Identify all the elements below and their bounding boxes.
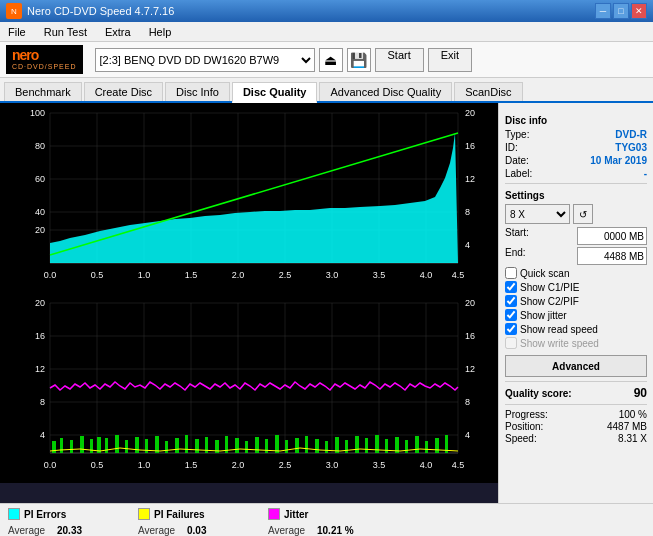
svg-rect-86 xyxy=(345,440,348,453)
quick-scan-checkbox[interactable] xyxy=(505,267,517,279)
svg-rect-59 xyxy=(80,436,84,453)
tab-disc-quality[interactable]: Disc Quality xyxy=(232,82,318,103)
end-input[interactable] xyxy=(577,247,647,265)
pi-failures-avg-label: Average xyxy=(138,523,183,536)
divider-1 xyxy=(505,183,647,184)
title-bar-text: Nero CD-DVD Speed 4.7.7.16 xyxy=(27,5,174,17)
type-label: Type: xyxy=(505,129,529,140)
advanced-button[interactable]: Advanced xyxy=(505,355,647,377)
tab-benchmark[interactable]: Benchmark xyxy=(4,82,82,101)
speed-display-label: Speed: xyxy=(505,433,537,444)
svg-text:8: 8 xyxy=(465,207,470,217)
refresh-button[interactable]: ↺ xyxy=(573,204,593,224)
jitter-group: Jitter Average 10.21 % Maximum 12.5 % PO… xyxy=(268,508,378,536)
start-button[interactable]: Start xyxy=(375,48,424,72)
start-input[interactable] xyxy=(577,227,647,245)
svg-text:0.5: 0.5 xyxy=(91,270,104,280)
disc-info-title: Disc info xyxy=(505,115,647,126)
svg-rect-87 xyxy=(355,436,359,453)
drive-selector[interactable]: [2:3] BENQ DVD DD DW1620 B7W9 xyxy=(95,48,315,72)
menu-extra[interactable]: Extra xyxy=(101,24,135,40)
show-c1-pie-label: Show C1/PIE xyxy=(520,282,579,293)
svg-rect-75 xyxy=(235,438,239,453)
svg-text:12: 12 xyxy=(35,364,45,374)
tab-advanced-disc-quality[interactable]: Advanced Disc Quality xyxy=(319,82,452,101)
show-c1-pie-checkbox[interactable] xyxy=(505,281,517,293)
bottom-chart: 20 16 12 8 4 20 16 12 8 4 0.0 0.5 1.0 1.… xyxy=(0,293,498,483)
show-write-speed-row: Show write speed xyxy=(505,337,647,349)
show-read-speed-label: Show read speed xyxy=(520,324,598,335)
svg-text:1.0: 1.0 xyxy=(138,460,151,470)
svg-rect-60 xyxy=(90,439,93,453)
save-button[interactable]: 💾 xyxy=(347,48,371,72)
svg-text:4.0: 4.0 xyxy=(420,460,433,470)
eject-button[interactable]: ⏏ xyxy=(319,48,343,72)
speed-display-value: 8.31 X xyxy=(618,433,647,444)
pi-failures-color xyxy=(138,508,150,520)
svg-text:100: 100 xyxy=(30,108,45,118)
svg-text:1.5: 1.5 xyxy=(185,270,198,280)
svg-text:0.5: 0.5 xyxy=(91,460,104,470)
svg-text:4: 4 xyxy=(40,430,45,440)
exit-button[interactable]: Exit xyxy=(428,48,472,72)
show-write-speed-checkbox[interactable] xyxy=(505,337,517,349)
menu-run-test[interactable]: Run Test xyxy=(40,24,91,40)
progress-label: Progress: xyxy=(505,409,548,420)
disc-type-row: Type: DVD-R xyxy=(505,129,647,140)
svg-text:20: 20 xyxy=(35,298,45,308)
svg-text:16: 16 xyxy=(465,141,475,151)
pi-failures-label: PI Failures xyxy=(154,509,205,520)
svg-rect-94 xyxy=(425,441,428,453)
show-read-speed-checkbox[interactable] xyxy=(505,323,517,335)
menu-help[interactable]: Help xyxy=(145,24,176,40)
disc-date-row: Date: 10 Mar 2019 xyxy=(505,155,647,166)
show-c2-pif-label: Show C2/PIF xyxy=(520,296,579,307)
top-chart: 100 80 60 40 20 20 16 12 8 4 0.0 0.5 1.0… xyxy=(0,103,498,293)
speed-display-row: Speed: 8.31 X xyxy=(505,433,647,444)
show-jitter-row: Show jitter xyxy=(505,309,647,321)
quick-scan-label: Quick scan xyxy=(520,268,569,279)
tab-create-disc[interactable]: Create Disc xyxy=(84,82,163,101)
svg-text:4.0: 4.0 xyxy=(420,270,433,280)
close-button[interactable]: ✕ xyxy=(631,3,647,19)
svg-rect-39 xyxy=(0,293,498,483)
tab-disc-info[interactable]: Disc Info xyxy=(165,82,230,101)
svg-text:0.0: 0.0 xyxy=(44,460,57,470)
jitter-avg-row: Average 10.21 % xyxy=(268,523,378,536)
minimize-button[interactable]: ─ xyxy=(595,3,611,19)
svg-rect-90 xyxy=(385,439,388,453)
svg-text:16: 16 xyxy=(35,331,45,341)
pi-errors-group: PI Errors Average 20.33 Maximum 71 Total… xyxy=(8,508,118,536)
nero-logo: nero CD·DVD/SPEED xyxy=(6,45,83,74)
show-c2-pif-checkbox[interactable] xyxy=(505,295,517,307)
speed-selector[interactable]: 8 X 4 X Maximum xyxy=(505,204,570,224)
pi-errors-avg-row: Average 20.33 xyxy=(8,523,118,536)
progress-row: Progress: 100 % xyxy=(505,409,647,420)
svg-rect-78 xyxy=(265,439,268,453)
start-label: Start: xyxy=(505,227,529,245)
svg-text:8: 8 xyxy=(465,397,470,407)
svg-rect-70 xyxy=(185,435,188,453)
jitter-avg-label: Average xyxy=(268,523,313,536)
svg-text:1.5: 1.5 xyxy=(185,460,198,470)
svg-rect-71 xyxy=(195,439,199,453)
tab-scan-disc[interactable]: ScanDisc xyxy=(454,82,522,101)
svg-rect-58 xyxy=(70,440,73,453)
show-c2-pif-row: Show C2/PIF xyxy=(505,295,647,307)
svg-rect-62 xyxy=(105,438,108,453)
svg-rect-84 xyxy=(325,441,328,453)
svg-rect-81 xyxy=(295,438,299,453)
show-jitter-checkbox[interactable] xyxy=(505,309,517,321)
date-label: Date: xyxy=(505,155,529,166)
svg-rect-69 xyxy=(175,438,179,453)
show-write-speed-label: Show write speed xyxy=(520,338,599,349)
jitter-avg-value: 10.21 % xyxy=(317,523,354,536)
quick-scan-row: Quick scan xyxy=(505,267,647,279)
svg-text:12: 12 xyxy=(465,174,475,184)
menu-file[interactable]: File xyxy=(4,24,30,40)
pi-failures-avg-row: Average 0.03 xyxy=(138,523,248,536)
svg-rect-95 xyxy=(435,438,439,453)
app-icon: N xyxy=(6,3,22,19)
right-panel: Disc info Type: DVD-R ID: TYG03 Date: 10… xyxy=(498,103,653,503)
maximize-button[interactable]: □ xyxy=(613,3,629,19)
